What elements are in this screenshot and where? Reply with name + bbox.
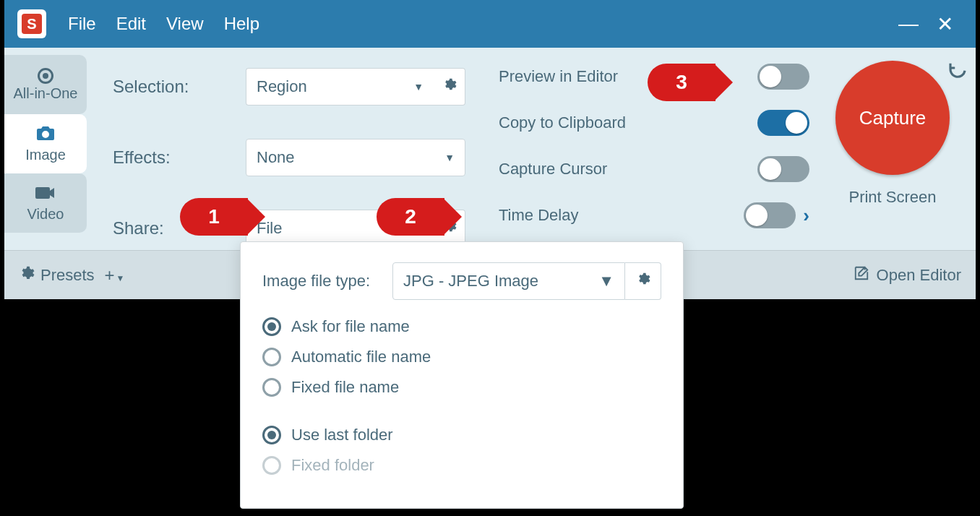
effects-dropdown[interactable]: None ▼ xyxy=(246,139,465,176)
preview-editor-toggle[interactable] xyxy=(757,64,809,90)
radio-label: Automatic file name xyxy=(291,348,431,366)
radio-auto-filename[interactable]: Automatic file name xyxy=(262,348,661,366)
cursor-label: Capture Cursor xyxy=(499,160,757,179)
menu-edit[interactable]: Edit xyxy=(116,14,146,34)
callout-2: 2 xyxy=(377,198,444,236)
radio-last-folder[interactable]: Use last folder xyxy=(262,426,661,444)
minimize-button[interactable]: — xyxy=(890,12,927,35)
filetype-value: JPG - JPEG Image xyxy=(403,272,598,291)
gear-icon xyxy=(19,265,35,285)
presets-label: Presets xyxy=(40,266,95,285)
radio-icon xyxy=(262,456,281,475)
reset-button[interactable] xyxy=(947,61,968,87)
open-editor-button[interactable]: Open Editor xyxy=(854,265,961,285)
main-body: All-in-One Image Video Selection: Region xyxy=(4,48,976,250)
open-editor-label: Open Editor xyxy=(877,266,961,285)
radio-fixed-folder[interactable]: Fixed folder xyxy=(262,456,661,475)
chevron-down-icon: ▼ xyxy=(116,273,125,283)
tab-label: Video xyxy=(27,206,64,223)
radio-icon xyxy=(262,348,281,366)
radio-label: Fixed folder xyxy=(291,456,374,475)
capture-type-tabs: All-in-One Image Video xyxy=(4,48,87,250)
filetype-row: Image file type: JPG - JPEG Image ▼ xyxy=(262,262,661,300)
delay-expand-button[interactable]: › xyxy=(803,205,809,227)
edit-icon xyxy=(854,265,869,285)
delay-row: Time Delay › xyxy=(499,202,809,228)
app-logo-letter: S xyxy=(22,14,42,34)
chevron-down-icon: ▼ xyxy=(598,272,614,291)
tab-label: All-in-One xyxy=(14,85,78,102)
radio-fixed-filename[interactable]: Fixed file name xyxy=(262,378,661,397)
selection-settings-button[interactable] xyxy=(434,68,465,106)
close-button[interactable]: ✕ xyxy=(927,12,963,36)
tab-image[interactable]: Image xyxy=(4,114,87,173)
selection-row: Selection: Region ▼ xyxy=(113,68,499,106)
radio-label: Fixed file name xyxy=(291,378,399,397)
selection-value: Region xyxy=(257,77,413,96)
menu-help[interactable]: Help xyxy=(224,14,259,34)
clipboard-toggle[interactable] xyxy=(757,110,809,136)
radio-ask-filename[interactable]: Ask for file name xyxy=(262,317,661,336)
filetype-label: Image file type: xyxy=(262,272,392,291)
radio-icon xyxy=(262,317,281,336)
effects-label: Effects: xyxy=(113,147,246,168)
share-settings-popup: Image file type: JPG - JPEG Image ▼ Ask … xyxy=(240,241,684,509)
selection-label: Selection: xyxy=(113,77,246,97)
radio-label: Use last folder xyxy=(291,426,393,444)
effects-value: None xyxy=(257,148,444,167)
tab-label: Image xyxy=(25,147,66,163)
add-preset-button[interactable]: +▼ xyxy=(105,265,125,285)
tab-video[interactable]: Video xyxy=(4,173,87,233)
cursor-toggle[interactable] xyxy=(757,156,809,182)
gear-icon xyxy=(442,77,457,96)
capture-button[interactable]: Capture xyxy=(835,61,950,175)
capture-shortcut-label: Print Screen xyxy=(848,188,936,207)
video-icon xyxy=(35,184,56,205)
callout-3: 3 xyxy=(648,64,715,101)
target-icon xyxy=(38,68,53,84)
clipboard-label: Copy to Clipboard xyxy=(499,113,757,132)
radio-icon xyxy=(262,426,281,444)
radio-icon xyxy=(262,378,281,397)
presets-button[interactable]: Presets xyxy=(19,265,95,285)
delay-label: Time Delay xyxy=(499,206,744,225)
menu-file[interactable]: File xyxy=(68,14,96,34)
effects-row: Effects: None ▼ xyxy=(113,139,499,176)
camera-icon xyxy=(36,125,55,145)
delay-toggle[interactable] xyxy=(744,202,796,228)
clipboard-row: Copy to Clipboard xyxy=(499,110,809,136)
radio-label: Ask for file name xyxy=(291,317,410,336)
chevron-down-icon: ▼ xyxy=(413,81,424,93)
capture-column: Capture Print Screen xyxy=(809,48,976,250)
cursor-row: Capture Cursor xyxy=(499,156,809,182)
tab-all-in-one[interactable]: All-in-One xyxy=(4,55,87,114)
menu-view[interactable]: View xyxy=(166,14,204,34)
filetype-settings-button[interactable] xyxy=(625,262,661,300)
selection-dropdown[interactable]: Region ▼ xyxy=(246,68,434,106)
chevron-down-icon: ▼ xyxy=(444,152,455,163)
filetype-dropdown[interactable]: JPG - JPEG Image ▼ xyxy=(392,262,625,300)
gear-icon xyxy=(636,272,650,291)
app-logo: S xyxy=(17,9,46,38)
titlebar: S File Edit View Help — ✕ xyxy=(4,0,976,48)
callout-1: 1 xyxy=(180,198,248,236)
